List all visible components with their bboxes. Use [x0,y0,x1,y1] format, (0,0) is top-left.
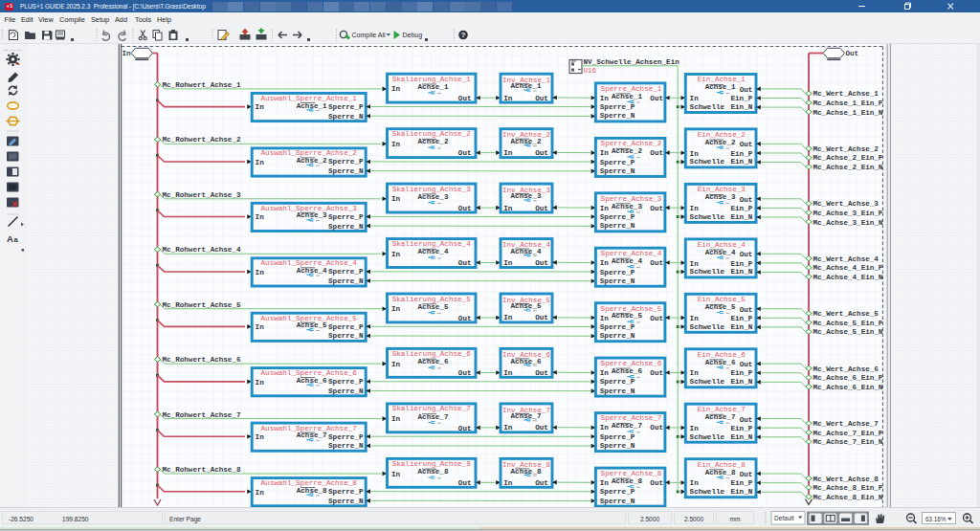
svg-text:Mc_Achse_8_Ein_P: Mc_Achse_8_Ein_P [813,484,883,492]
svg-text:Out: Out [458,479,472,487]
svg-text:Sperre_N: Sperre_N [600,167,635,175]
svg-text:Sperre_N: Sperre_N [328,113,364,121]
svg-text:In: In [391,141,401,148]
svg-text:Out: Out [535,369,548,377]
svg-text:Mc_Rohwert_Achse_5: Mc_Rohwert_Achse_5 [163,301,241,309]
svg-text:Mc_Wert_Achse_1: Mc_Wert_Achse_1 [813,90,880,98]
svg-text:Mc_Achse_4_Ein_N: Mc_Achse_4_Ein_N [813,274,883,281]
svg-text:Sperre_P: Sperre_P [328,378,364,386]
svg-text:Skalierung_Achse_7: Skalierung_Achse_7 [392,405,471,412]
svg-text:In: In [690,205,700,212]
svg-text:Sperre_N: Sperre_N [328,332,364,340]
svg-text:Sperre_Achse_1: Sperre_Achse_1 [601,85,662,93]
svg-text:Skalierung_Achse_6: Skalierung_Achse_6 [392,350,471,358]
svg-text:In: In [600,95,610,102]
svg-text:In: In [690,315,700,322]
svg-text:Sperre_N: Sperre_N [328,442,364,450]
svg-text:In: In [690,425,700,432]
svg-text:Sperre_N: Sperre_N [328,277,364,285]
svg-text:In: In [503,95,513,102]
svg-text:Mc_Achse_4_Ein_P: Mc_Achse_4_Ein_P [813,264,883,272]
svg-text:Mc_Rohwert_Achse_3: Mc_Rohwert_Achse_3 [163,191,241,199]
svg-text:Sperre_P: Sperre_P [328,268,364,276]
svg-text:Sperre_P: Sperre_P [600,159,635,166]
svg-text:Ein_P: Ein_P [731,205,753,212]
svg-text:Sperre_N: Sperre_N [328,167,364,175]
svg-text:In: In [256,433,265,441]
svg-text:Ein_N: Ein_N [731,378,753,386]
svg-text:In: In [690,95,700,102]
svg-text:Mc_Achse_1_Ein_N: Mc_Achse_1_Ein_N [813,109,883,117]
svg-text:Sperre_N: Sperre_N [328,498,364,505]
svg-text:In: In [503,479,513,487]
svg-text:Schwelle: Schwelle [690,323,725,331]
svg-text:In: In [391,251,401,258]
svg-text:In: In [391,85,401,93]
svg-text:In: In [690,369,700,377]
svg-text:Ein_Achse_8: Ein_Achse_8 [698,461,746,469]
svg-text:Mc_Wert_Achse_3: Mc_Wert_Achse_3 [813,200,880,208]
svg-text:Ein_N: Ein_N [731,103,753,111]
svg-text:Mc_Achse_3_Ein_P: Mc_Achse_3_Ein_P [813,210,883,217]
svg-text:Sperre_P: Sperre_P [600,433,635,441]
svg-text:Mc_Achse_6_Ein_P: Mc_Achse_6_Ein_P [813,374,883,382]
svg-text:Sperre_P: Sperre_P [328,158,364,166]
svg-text:Ein_P: Ein_P [731,425,753,432]
svg-text:In: In [600,205,610,212]
svg-text:Sperre_Achse_2: Sperre_Achse_2 [601,140,662,147]
svg-text:Debug: Debug [403,31,423,38]
svg-text:Out: Out [846,50,859,57]
svg-text:In: In [256,379,265,387]
svg-text:In: In [256,103,265,111]
svg-text:Out: Out [740,251,753,258]
svg-text:Ein_P: Ein_P [731,95,753,102]
svg-text:In: In [256,159,265,166]
svg-text:Sperre_Achse_3: Sperre_Achse_3 [601,195,662,203]
svg-text:NV_Schwelle_Achsen_Ein: NV_Schwelle_Achsen_Ein [584,58,680,66]
svg-text:Mc_Wert_Achse_6: Mc_Wert_Achse_6 [813,365,880,373]
svg-text:Out: Out [458,95,472,102]
svg-text:Mc_Wert_Achse_8: Mc_Wert_Achse_8 [813,476,880,483]
svg-text:In: In [391,195,401,203]
svg-text:Ein_Achse_5: Ein_Achse_5 [698,296,746,303]
svg-text:Mc_Achse_3_Ein_N: Mc_Achse_3_Ein_N [813,219,883,227]
svg-text:Ein_P: Ein_P [731,150,753,158]
svg-text:Out: Out [535,314,548,321]
svg-text:Sperre_N: Sperre_N [328,223,364,231]
svg-text:Sperre_P: Sperre_P [328,488,364,496]
svg-text:In: In [503,424,513,431]
svg-text:Sperre_N: Sperre_N [600,277,635,285]
svg-text:Out: Out [650,479,663,487]
svg-text:Mc_Wert_Achse_2: Mc_Wert_Achse_2 [813,145,880,153]
svg-text:Out: Out [535,479,548,487]
svg-text:Mc_Achse_8_Ein_N: Mc_Achse_8_Ein_N [813,494,883,501]
svg-text:Ein_Achse_7: Ein_Achse_7 [698,406,746,413]
svg-text:U16: U16 [584,67,597,75]
svg-text:In: In [122,50,132,57]
svg-text:Sperre_P: Sperre_P [328,433,364,441]
svg-text:Sperre_P: Sperre_P [328,213,364,221]
svg-text:Sperre_P: Sperre_P [328,103,364,111]
svg-text:Out: Out [535,149,548,157]
svg-text:In: In [256,269,265,277]
svg-text:Mc_Rohwert_Achse_2: Mc_Rohwert_Achse_2 [163,136,241,144]
svg-text:Schwelle: Schwelle [690,103,725,111]
svg-text:Mc_Rohwert_Achse_1: Mc_Rohwert_Achse_1 [163,81,241,89]
svg-text:Mc_Wert_Achse_7: Mc_Wert_Achse_7 [813,420,880,428]
svg-text:Skalierung_Achse_4: Skalierung_Achse_4 [392,240,471,248]
svg-text:Out: Out [740,141,753,148]
svg-text:Ein_N: Ein_N [731,268,753,276]
svg-text:In: In [600,369,610,377]
svg-text:Out: Out [650,95,663,102]
svg-text:Out: Out [740,306,753,314]
svg-text:In: In [391,305,401,313]
svg-text:In: In [600,315,610,322]
svg-text:Ein_N: Ein_N [731,158,753,166]
svg-text:Sperre_N: Sperre_N [600,442,635,450]
svg-text:Ein_P: Ein_P [731,369,753,377]
svg-text:Compile All: Compile All [352,31,386,38]
svg-text:NV: NV [571,59,576,63]
svg-text:Sperre_Achse_7: Sperre_Achse_7 [601,414,662,422]
svg-text:Out: Out [650,369,663,377]
svg-text:Skalierung_Achse_3: Skalierung_Achse_3 [392,186,471,193]
